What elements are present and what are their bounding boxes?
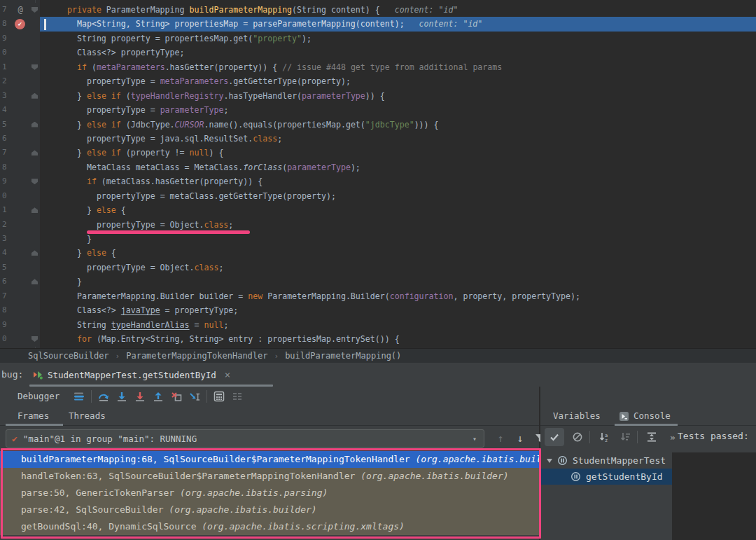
layout-settings-icon xyxy=(228,389,246,404)
stack-frame-row[interactable]: getBoundSql:40, DynamicSqlSource (org.ap… xyxy=(0,518,539,535)
breakpoint-icon[interactable]: ✔ xyxy=(11,17,29,31)
fold-marker-icon[interactable] xyxy=(29,146,40,160)
code-line[interactable]: 9 String property = propertiesMap.get("p… xyxy=(0,32,756,46)
tab-frames[interactable]: Frames xyxy=(18,406,49,426)
code-line[interactable]: 5 propertyType = Object.class; xyxy=(0,261,756,275)
code-line[interactable]: 6 } xyxy=(0,275,756,289)
stack-frame-row[interactable]: buildParameterMapping:68, SqlSourceBuild… xyxy=(0,451,539,468)
code-text: } else if (typeHandlerRegistry.hasTypeHa… xyxy=(40,89,756,103)
stack-frame-row[interactable]: parse:50, GenericTokenParser (org.apache… xyxy=(0,485,539,501)
fold-column xyxy=(29,74,40,88)
code-lines: 7@private ParameterMapping buildParamete… xyxy=(0,3,756,347)
step-into-icon[interactable] xyxy=(113,389,131,404)
breadcrumb-item[interactable]: ParameterMappingTokenHandler xyxy=(126,351,267,361)
fold-marker-icon[interactable] xyxy=(29,246,40,260)
tab-threads[interactable]: Threads xyxy=(69,406,106,426)
code-line[interactable]: 9 if (metaClass.hasGetter(property)) { xyxy=(0,174,756,188)
run-to-cursor-icon[interactable] xyxy=(186,389,204,404)
code-editor[interactable]: 7@private ParameterMapping buildParamete… xyxy=(0,0,756,348)
gutter-spacer xyxy=(11,261,29,275)
code-line[interactable]: 0 Class<?> propertyType; xyxy=(0,46,756,60)
code-line[interactable]: 7@private ParameterMapping buildParamete… xyxy=(0,3,756,17)
test-tree-row[interactable]: StudentMapperTest xyxy=(540,452,672,469)
breadcrumb-item[interactable]: buildParameterMapping() xyxy=(285,351,401,361)
debug-toolwindow-header: bug: StudentMapperTest.getStudentById × xyxy=(0,363,756,387)
force-step-into-icon[interactable] xyxy=(131,389,149,404)
code-line[interactable]: 2 propertyType = Object.class; xyxy=(0,218,756,232)
fold-column xyxy=(29,17,40,31)
close-icon[interactable]: × xyxy=(225,369,230,380)
code-line[interactable]: 2 propertyType = metaParameters.getGette… xyxy=(0,74,756,88)
code-line[interactable]: 5 } else if (JdbcType.CURSOR.name().equa… xyxy=(0,118,756,132)
code-text: private ParameterMapping buildParameterM… xyxy=(40,3,756,17)
line-number: 1 xyxy=(0,203,11,217)
line-number: 9 xyxy=(0,174,11,188)
gutter-spacer xyxy=(11,303,29,317)
show-passed-icon[interactable] xyxy=(545,428,564,446)
code-line[interactable]: 8 Class<?> javaType = propertyType; xyxy=(0,303,756,317)
debug-session-tab[interactable]: StudentMapperTest.getStudentById × xyxy=(32,363,230,387)
console-output[interactable] xyxy=(672,452,756,540)
gutter-spacer xyxy=(11,89,29,103)
gutter-spacer xyxy=(11,218,29,232)
test-tree-row[interactable]: getStudentById xyxy=(540,469,672,485)
fold-marker-icon[interactable] xyxy=(29,275,40,289)
code-line[interactable]: 9 String typeHandlerAlias = null; xyxy=(0,318,756,332)
toolbar-separator xyxy=(637,431,638,443)
thread-selector[interactable]: ✔ "main"@1 in group "main": RUNNING ▾ xyxy=(6,429,484,448)
fold-column xyxy=(29,46,40,60)
code-line[interactable]: 0 propertyType = metaClass.getGetterType… xyxy=(0,189,756,203)
show-execution-point-icon[interactable] xyxy=(70,389,88,404)
drop-frame-icon[interactable] xyxy=(167,389,186,404)
inline-debugger-hint: content: "id" xyxy=(405,19,483,29)
stack-frame-row[interactable]: handleToken:63, SqlSourceBuilder$Paramet… xyxy=(0,468,539,485)
code-line[interactable]: 7 ParameterMapping.Builder builder = new… xyxy=(0,289,756,303)
code-text: MetaClass metaClass = MetaClass.forClass… xyxy=(40,160,756,174)
code-line[interactable]: 6 propertyType = java.sql.ResultSet.clas… xyxy=(0,132,756,146)
fold-marker-icon[interactable] xyxy=(29,118,40,132)
annotation-gutter-icon[interactable]: @ xyxy=(11,3,29,17)
evaluate-expression-icon[interactable] xyxy=(210,389,228,404)
code-text: } else if (JdbcType.CURSOR.name().equals… xyxy=(40,118,756,132)
tab-variables[interactable]: Variables xyxy=(553,406,601,426)
tab-console[interactable]: Console xyxy=(619,406,671,426)
breadcrumb: SqlSourceBuilder›ParameterMappingTokenHa… xyxy=(0,348,756,363)
breadcrumb-separator: › xyxy=(274,352,279,361)
show-ignored-icon[interactable] xyxy=(568,428,587,446)
code-line[interactable]: 1 if (metaParameters.hasGetter(property)… xyxy=(0,60,756,74)
code-line[interactable]: 8✔ Map<String, String> propertiesMap = p… xyxy=(0,17,756,31)
code-line[interactable]: 3 } xyxy=(0,232,756,246)
code-line[interactable]: 8 MetaClass metaClass = MetaClass.forCla… xyxy=(0,160,756,174)
fold-marker-icon[interactable] xyxy=(29,332,40,346)
fold-marker-icon[interactable] xyxy=(29,60,40,74)
frame-package: (org.apache.ibatis.builder) xyxy=(360,471,508,481)
step-out-icon[interactable] xyxy=(149,389,167,404)
fold-marker-icon[interactable] xyxy=(29,203,40,217)
fold-column xyxy=(29,289,40,303)
code-text: } else { xyxy=(40,203,756,217)
expand-collapse-icon[interactable] xyxy=(643,428,661,446)
breadcrumb-item[interactable]: SqlSourceBuilder xyxy=(28,351,109,361)
step-over-icon[interactable] xyxy=(94,389,113,404)
code-line[interactable]: 4 propertyType = parameterType; xyxy=(0,103,756,117)
code-line[interactable]: 0 for (Map.Entry<String, String> entry :… xyxy=(0,332,756,346)
next-frame-icon[interactable]: ↓ xyxy=(511,429,529,448)
fold-marker-icon[interactable] xyxy=(29,89,40,103)
fold-marker-icon[interactable] xyxy=(29,174,40,188)
stack-frame-row[interactable]: parse:42, SqlSourceBuilder (org.apache.i… xyxy=(0,501,539,518)
code-line[interactable]: 4 } else { xyxy=(0,246,756,260)
code-text: String property = propertiesMap.get("pro… xyxy=(40,32,756,46)
code-text: if (metaClass.hasGetter(property)) { xyxy=(40,174,756,188)
code-line[interactable]: 7 } else if (property != null) { xyxy=(0,146,756,160)
sort-alphabetically-icon[interactable]: az xyxy=(595,428,613,446)
code-line[interactable]: 1 } else { xyxy=(0,203,756,217)
expand-arrow-icon[interactable] xyxy=(547,459,552,463)
fold-column xyxy=(29,189,40,203)
code-line[interactable]: 3 } else if (typeHandlerRegistry.hasType… xyxy=(0,89,756,103)
fold-marker-icon[interactable] xyxy=(29,3,40,17)
inline-debugger-hint: content: "id" xyxy=(380,5,458,15)
line-number: 6 xyxy=(0,275,11,289)
line-number: 0 xyxy=(0,46,11,60)
breadcrumb-separator: › xyxy=(115,352,120,361)
gutter-spacer xyxy=(11,275,29,289)
